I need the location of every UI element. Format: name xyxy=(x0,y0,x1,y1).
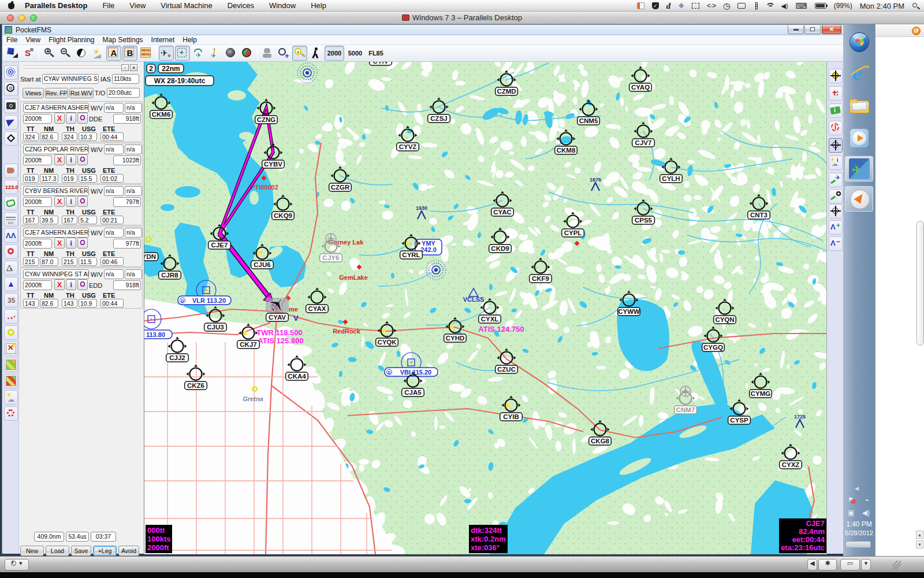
menubar-clock[interactable]: Mon 2:40 PM xyxy=(860,2,904,10)
maptool-redi-icon[interactable]: I xyxy=(829,121,843,135)
tool-mapr-icon[interactable] xyxy=(4,374,18,388)
leg-altitude-field[interactable]: 2000ft xyxy=(23,155,52,165)
tool-freq-icon[interactable]: 123.0 xyxy=(4,180,18,194)
leg-altitude-field[interactable]: 2000ft xyxy=(23,114,52,124)
toolbar-planedown-button[interactable]: !✈ xyxy=(207,46,222,61)
apple-menu-icon[interactable] xyxy=(8,3,14,9)
maptool-suncloudi-icon[interactable]: ☀☁i xyxy=(829,155,843,170)
parallels-tools-taskbar-button[interactable] xyxy=(845,186,873,212)
refresh-icon[interactable]: ↺ xyxy=(912,27,921,35)
taskbar-date[interactable]: 5/28/2012 xyxy=(843,529,875,536)
leg-wind-field[interactable]: n/a xyxy=(104,144,124,154)
network-icon[interactable]: ▣ xyxy=(848,509,854,517)
map-page-button[interactable]: 2 xyxy=(146,64,156,73)
scroll-up-arrow[interactable]: ▲ xyxy=(916,531,923,539)
leg-wind-field2[interactable]: n/a xyxy=(125,269,142,279)
toolbar-clockadd-button[interactable]: + xyxy=(276,46,291,61)
toolbar-planes-button[interactable]: ✈+ xyxy=(159,46,174,61)
leg-delete-button[interactable]: X xyxy=(54,113,65,124)
toolbar-contrast-button[interactable] xyxy=(74,46,89,61)
media-player-icon[interactable] xyxy=(848,127,870,149)
toolbar-menubtn-button[interactable]: MENUMENU xyxy=(139,46,154,61)
taskbar-clock[interactable]: 1:40 PM xyxy=(843,520,875,528)
leg-destination-field[interactable]: CJE7 ASHERN ASHERN xyxy=(23,103,89,113)
tool-compass-icon[interactable] xyxy=(4,81,18,96)
maptool-treeminus-icon[interactable]: Λ− xyxy=(829,236,843,251)
panel-button-rstwv[interactable]: Rst W/V xyxy=(69,88,94,98)
menu-view[interactable]: View xyxy=(21,36,44,44)
volume-icon[interactable]: ◀) xyxy=(781,2,788,10)
statusbar-collapse-button[interactable]: ◀ xyxy=(807,559,817,570)
tool-greenrect-icon[interactable] xyxy=(4,196,18,210)
side-panel-scrollbar-thumb[interactable] xyxy=(916,221,924,346)
volume-tray-icon[interactable]: ◀) xyxy=(862,509,870,517)
menu-file[interactable]: File xyxy=(2,36,21,44)
tool-mapg-icon[interactable] xyxy=(4,358,18,372)
fp-button-new[interactable]: New xyxy=(20,546,44,556)
start-airport-field[interactable]: CYAV WINNIPEG S xyxy=(42,74,99,84)
maptool-target-icon[interactable] xyxy=(829,204,843,218)
tool-redcircle-icon[interactable] xyxy=(4,244,18,259)
toolbar-b5000[interactable]: 5000 xyxy=(345,46,365,61)
toolbar-zoomout-button[interactable]: − xyxy=(58,46,73,61)
menu-internet[interactable]: Internet xyxy=(147,36,179,44)
leg-options-button[interactable]: O xyxy=(77,238,88,249)
menu-help[interactable]: Help xyxy=(178,36,201,44)
maptool-targety-icon[interactable] xyxy=(829,69,843,83)
mac-menu-devices[interactable]: Devices xyxy=(228,1,254,10)
leg-info-button[interactable]: i xyxy=(66,279,76,290)
mac-app-menu[interactable]: Parallels Desktop xyxy=(25,1,87,10)
toolbar-walk-button[interactable] xyxy=(308,46,323,61)
toolbar-searchy-button[interactable]: ● xyxy=(292,46,307,61)
menu-flight-planning[interactable]: Flight Planning xyxy=(44,36,98,44)
time-machine-icon[interactable]: ◷ xyxy=(723,1,730,10)
tool-sunburst-icon[interactable] xyxy=(4,65,18,80)
display-icon[interactable] xyxy=(737,3,746,9)
statusbar-settings-button[interactable]: ✱ xyxy=(818,559,837,570)
tool-suncloud-icon[interactable]: ☀☁ xyxy=(4,390,18,405)
toolbar-bfl85[interactable]: FL85 xyxy=(366,46,386,61)
leg-destination-field[interactable]: CZNG POPLAR RIVER F xyxy=(23,144,89,154)
maximize-button[interactable] xyxy=(804,25,821,34)
tool-tridot-icon[interactable]: △● xyxy=(4,261,18,275)
puzzle-icon[interactable]: ❖ xyxy=(678,2,684,10)
selection-icon[interactable] xyxy=(692,3,699,9)
leg-info-button[interactable]: i xyxy=(66,154,76,165)
leg-wind-field2[interactable]: n/a xyxy=(125,144,142,154)
leg-options-button[interactable]: O xyxy=(77,154,88,165)
toolbar-zoomin-button[interactable]: + xyxy=(42,46,57,61)
statusbar-display-caret[interactable]: ▾ xyxy=(861,559,871,570)
internet-explorer-icon[interactable]: e xyxy=(848,64,870,86)
takeoff-time-field[interactable]: 20:08utc xyxy=(107,88,140,98)
tool-yellowring-icon[interactable] xyxy=(4,325,18,340)
close-button[interactable]: ✕ xyxy=(822,25,841,34)
maptool-redmove-icon[interactable]: + xyxy=(829,86,843,101)
explorer-folder-icon[interactable] xyxy=(848,96,870,118)
taskbar-scroll[interactable] xyxy=(845,541,871,548)
code-icon[interactable]: <·> xyxy=(707,2,716,10)
maptool-treeplus-icon[interactable]: Λ+ xyxy=(829,220,843,235)
tool-camera-icon[interactable] xyxy=(4,99,18,113)
tool-reddotring-icon[interactable] xyxy=(4,406,18,421)
tool-diamond-icon[interactable] xyxy=(4,131,18,146)
toolbar-center-button[interactable]: + xyxy=(175,46,190,61)
mac-menu-virtual-machine[interactable]: Virtual Machine xyxy=(161,1,212,10)
fp-button-save[interactable]: Save xyxy=(71,546,91,556)
maptool-caminfo-icon[interactable]: i xyxy=(829,103,843,118)
shield-check-icon[interactable]: ✓ xyxy=(652,2,659,9)
toolbar-head-button[interactable] xyxy=(260,46,275,61)
maptool-gocircle-icon[interactable] xyxy=(829,189,843,203)
toolbar-globe-button[interactable]: + xyxy=(223,46,239,61)
ias-field[interactable]: 110kts xyxy=(112,74,139,84)
power-plug-icon[interactable]: ⌁ xyxy=(865,496,869,504)
spotlight-icon[interactable] xyxy=(912,2,919,10)
mac-menu-file[interactable]: File xyxy=(102,1,114,10)
panel-button-revfp[interactable]: Rev. FP xyxy=(45,88,68,98)
mac-menu-window[interactable]: Window xyxy=(269,1,296,10)
input-menu-icon[interactable]: ⌨ xyxy=(795,1,807,10)
leg-info-button[interactable]: i xyxy=(66,196,76,207)
toolbar-connect-button[interactable]: S xyxy=(21,46,36,61)
leg-destination-field[interactable]: CYAV WINNIPEG ST AN xyxy=(23,269,89,279)
tool-n35-icon[interactable]: 35 xyxy=(4,293,18,307)
panel-restore-button[interactable]: ▫ xyxy=(121,64,129,71)
